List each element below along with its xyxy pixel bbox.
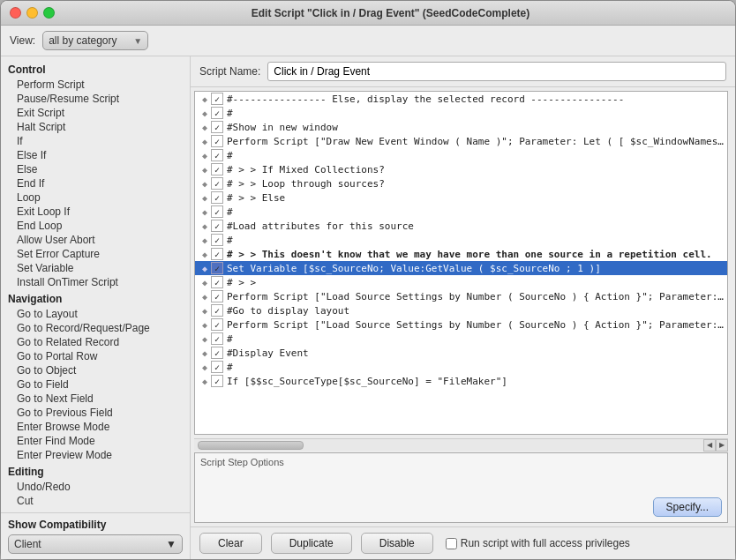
bullet-icon: ◆	[199, 137, 211, 146]
script-line-4[interactable]: ◆#	[195, 148, 727, 162]
script-line-7[interactable]: ◆# > > Else	[195, 190, 727, 205]
duplicate-button[interactable]: Duplicate	[271, 533, 352, 554]
script-line-12[interactable]: ◆Set Variable [$sc_SourceNo; Value:GetVa…	[195, 261, 727, 275]
line-text: #Load attributes for this source	[227, 220, 724, 232]
line-checkbox[interactable]	[211, 347, 223, 359]
hscroll-thumb[interactable]	[198, 441, 304, 450]
sidebar-item-go-to-related[interactable]: Go to Related Record	[1, 335, 190, 349]
line-text: # > > If Mixed Collections?	[227, 164, 724, 175]
line-checkbox[interactable]	[211, 276, 223, 288]
script-name-input[interactable]	[267, 62, 726, 81]
sidebar-item-go-to-record[interactable]: Go to Record/Request/Page	[1, 321, 190, 335]
script-line-0[interactable]: ◆#---------------- Else, display the sel…	[195, 92, 727, 106]
line-text: #	[227, 108, 724, 119]
horizontal-scrollbar[interactable]: ◀ ▶	[194, 438, 728, 451]
sidebar-item-exit-loop-if[interactable]: Exit Loop If	[1, 205, 190, 219]
line-checkbox[interactable]	[211, 361, 223, 373]
line-checkbox[interactable]	[211, 234, 223, 246]
scroll-left-arrow[interactable]: ◀	[703, 439, 716, 452]
sidebar-item-end-if[interactable]: End If	[1, 176, 190, 190]
line-checkbox[interactable]	[211, 135, 223, 147]
specify-button[interactable]: Specify...	[653, 497, 722, 517]
sidebar-item-go-to-layout[interactable]: Go to Layout	[1, 307, 190, 321]
line-checkbox[interactable]	[211, 205, 223, 218]
script-name-label: Script Name:	[199, 65, 260, 78]
sidebar-item-perform-script[interactable]: Perform Script	[1, 78, 190, 92]
compatibility-dropdown-value: Client	[14, 538, 41, 550]
sidebar-item-set-error-capture[interactable]: Set Error Capture	[1, 247, 190, 261]
layout-wrapper: View: all by category ▼ Control Perform …	[1, 26, 735, 559]
disable-button[interactable]: Disable	[361, 533, 433, 554]
sidebar-item-exit-script[interactable]: Exit Script	[1, 106, 190, 120]
sidebar-item-enter-preview-mode[interactable]: Enter Preview Mode	[1, 448, 190, 462]
line-checkbox[interactable]	[211, 290, 223, 302]
line-checkbox[interactable]	[211, 375, 223, 387]
line-checkbox[interactable]	[211, 163, 223, 175]
line-text: # > > This doesn't know that we may have…	[227, 249, 724, 260]
clear-button[interactable]: Clear	[199, 533, 262, 554]
line-checkbox[interactable]	[211, 304, 223, 317]
line-checkbox[interactable]	[211, 107, 223, 119]
sidebar-item-allow-user-abort[interactable]: Allow User Abort	[1, 233, 190, 247]
sidebar-item-end-loop[interactable]: End Loop	[1, 219, 190, 233]
sidebar-item-go-to-portal-row[interactable]: Go to Portal Row	[1, 349, 190, 363]
script-line-18[interactable]: ◆#Display Event	[195, 346, 727, 360]
script-line-16[interactable]: ◆Perform Script ["Load Source Settings b…	[195, 317, 727, 332]
sidebar-item-set-variable[interactable]: Set Variable	[1, 261, 190, 275]
sidebar-item-loop[interactable]: Loop	[1, 190, 190, 205]
script-line-20[interactable]: ◆If [$$sc_SourceType[$sc_SourceNo] = "Fi…	[195, 374, 727, 388]
sidebar-item-else-if[interactable]: Else If	[1, 148, 190, 162]
line-checkbox[interactable]	[211, 262, 223, 274]
script-line-15[interactable]: ◆#Go to display layout	[195, 303, 727, 317]
scroll-right-arrow[interactable]: ▶	[716, 439, 728, 452]
sidebar-item-install-ontimer[interactable]: Install OnTimer Script	[1, 275, 190, 289]
right-panel: Script Name: ◆#---------------- Else, di…	[191, 56, 735, 559]
script-line-13[interactable]: ◆# > >	[195, 275, 727, 289]
sidebar-item-pause-resume[interactable]: Pause/Resume Script	[1, 92, 190, 106]
sidebar-item-go-to-field[interactable]: Go to Field	[1, 377, 190, 392]
sidebar-item-halt-script[interactable]: Halt Script	[1, 120, 190, 134]
script-editor[interactable]: ◆#---------------- Else, display the sel…	[194, 91, 728, 435]
line-checkbox[interactable]	[211, 248, 223, 260]
sidebar-item-cut[interactable]: Cut	[1, 494, 190, 508]
script-line-3[interactable]: ◆Perform Script ["Draw New Event Window …	[195, 134, 727, 148]
script-line-6[interactable]: ◆# > > Loop through sources?	[195, 176, 727, 190]
line-checkbox[interactable]	[211, 93, 223, 105]
sidebar-item-go-to-object[interactable]: Go to Object	[1, 363, 190, 377]
line-checkbox[interactable]	[211, 177, 223, 190]
script-line-10[interactable]: ◆#	[195, 233, 727, 247]
line-text: #	[227, 206, 724, 218]
sidebar-item-go-to-previous-field[interactable]: Go to Previous Field	[1, 406, 190, 420]
compatibility-dropdown[interactable]: Client ▼	[8, 534, 183, 554]
script-line-9[interactable]: ◆#Load attributes for this source	[195, 219, 727, 233]
maximize-button[interactable]	[43, 7, 55, 19]
script-line-19[interactable]: ◆#	[195, 360, 727, 374]
script-line-2[interactable]: ◆#Show in new window	[195, 120, 727, 134]
script-line-14[interactable]: ◆Perform Script ["Load Source Settings b…	[195, 289, 727, 303]
sidebar-item-enter-find-mode[interactable]: Enter Find Mode	[1, 434, 190, 448]
bullet-icon: ◆	[199, 179, 211, 189]
line-checkbox[interactable]	[211, 121, 223, 133]
sidebar-item-else[interactable]: Else	[1, 162, 190, 176]
script-line-8[interactable]: ◆#	[195, 205, 727, 219]
minimize-button[interactable]	[26, 7, 38, 19]
line-checkbox[interactable]	[211, 332, 223, 345]
sidebar-list[interactable]: Control Perform Script Pause/Resume Scri…	[1, 56, 190, 512]
chevron-down-icon: ▼	[133, 36, 142, 46]
line-checkbox[interactable]	[211, 191, 223, 204]
line-text: Set Variable [$sc_SourceNo; Value:GetVal…	[227, 263, 724, 274]
script-line-1[interactable]: ◆#	[195, 106, 727, 120]
line-checkbox[interactable]	[211, 318, 223, 331]
sidebar-item-go-to-next-field[interactable]: Go to Next Field	[1, 392, 190, 406]
sidebar-item-enter-browse-mode[interactable]: Enter Browse Mode	[1, 420, 190, 434]
line-checkbox[interactable]	[211, 220, 223, 232]
script-line-17[interactable]: ◆#	[195, 332, 727, 346]
sidebar-item-undo-redo[interactable]: Undo/Redo	[1, 480, 190, 494]
line-checkbox[interactable]	[211, 149, 223, 161]
sidebar-item-if[interactable]: If	[1, 134, 190, 148]
script-line-11[interactable]: ◆# > > This doesn't know that we may hav…	[195, 247, 727, 261]
close-button[interactable]	[10, 7, 21, 19]
access-privileges-checkbox[interactable]	[446, 538, 457, 549]
script-line-5[interactable]: ◆# > > If Mixed Collections?	[195, 162, 727, 176]
view-dropdown[interactable]: all by category ▼	[42, 31, 148, 50]
